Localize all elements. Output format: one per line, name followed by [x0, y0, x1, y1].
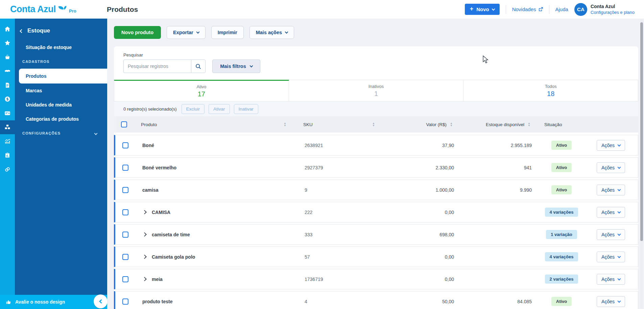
sidebar-item-label: Unidades de medida — [26, 102, 72, 108]
handshake-icon[interactable] — [0, 64, 15, 78]
row-checkbox[interactable] — [122, 187, 128, 193]
acoes-label: Ações — [601, 143, 615, 148]
expand-chevron-icon[interactable] — [142, 255, 147, 259]
exportar-button[interactable]: Exportar — [167, 26, 206, 39]
sidebar-back[interactable]: Estoque — [15, 19, 107, 34]
tasks-icon[interactable] — [0, 148, 15, 163]
selection-inativar-button[interactable]: Inativar — [234, 104, 258, 114]
estoque-cell: 941 — [457, 165, 534, 170]
expand-chevron-icon[interactable] — [142, 232, 147, 237]
selection-excluir-button[interactable]: Excluir — [182, 104, 205, 114]
valor-cell: 1.000,00 — [379, 187, 457, 193]
row-checkbox[interactable] — [122, 209, 128, 215]
row-checkbox[interactable] — [122, 232, 128, 238]
imprimir-label: Imprimir — [218, 30, 237, 35]
basket-icon[interactable] — [0, 50, 15, 64]
row-checkbox[interactable] — [122, 254, 128, 260]
money-icon[interactable]: $ — [0, 92, 15, 106]
sort-icon[interactable]: ▲▼ — [528, 122, 530, 127]
sku-cell: 57 — [291, 254, 379, 260]
select-all-checkbox[interactable] — [121, 121, 127, 127]
imprimir-button[interactable]: Imprimir — [211, 26, 244, 39]
sort-icon[interactable]: ▲▼ — [450, 122, 453, 127]
situacao-cell: Ativo — [534, 185, 589, 194]
tab-ativo[interactable]: Ativo17 — [114, 80, 289, 101]
acoes-button[interactable]: Ações — [597, 162, 625, 173]
product-name: Camiseta gola polo — [152, 254, 195, 260]
header-divider — [549, 5, 549, 14]
actions-cell: Ações — [589, 252, 638, 262]
sidebar-item-produtos[interactable]: Produtos — [19, 69, 107, 84]
tab-label: Todos — [545, 84, 557, 89]
expand-chevron-icon[interactable] — [142, 210, 147, 214]
ajuda-link[interactable]: Ajuda — [555, 6, 568, 12]
sku-cell: 1736719 — [291, 277, 379, 282]
acoes-button[interactable]: Ações — [597, 296, 625, 307]
design-feedback-bar[interactable]: Avalie o nosso design — [0, 295, 107, 309]
mais-acoes-button[interactable]: Mais ações — [249, 26, 294, 39]
situacao-cell: 1 variação — [534, 230, 589, 239]
sort-icon[interactable]: ▲▼ — [372, 122, 375, 127]
page-title: Produtos — [107, 5, 138, 14]
sort-icon[interactable]: ▲▼ — [284, 122, 286, 127]
row-checkbox[interactable] — [122, 165, 128, 171]
chevron-down-icon — [285, 30, 288, 34]
sidebar-item-categorias-de-produtos[interactable]: Categorias de produtos — [15, 112, 107, 126]
acoes-label: Ações — [601, 277, 615, 282]
actions-cell: Ações — [589, 274, 638, 285]
mais-filtros-button[interactable]: Mais filtros — [212, 60, 260, 73]
sidebar-item-marcas[interactable]: Marcas — [15, 84, 107, 98]
acoes-button[interactable]: Ações — [597, 140, 625, 151]
home-icon[interactable] — [0, 22, 15, 36]
invoice-icon[interactable] — [0, 78, 15, 92]
status-badge: Ativo — [551, 185, 572, 194]
selection-ativar-button[interactable]: Ativar — [209, 104, 230, 114]
tab-inativos[interactable]: Inativos1 — [289, 80, 464, 101]
acoes-label: Ações — [601, 299, 615, 304]
acoes-label: Ações — [601, 254, 615, 260]
card-icon[interactable] — [0, 106, 15, 120]
avatar[interactable]: CA — [574, 3, 587, 16]
row-checkbox[interactable] — [122, 276, 128, 282]
chevron-down-icon — [618, 255, 621, 258]
acoes-button[interactable]: Ações — [597, 274, 625, 285]
column-header-sku: SKU — [303, 122, 313, 127]
chevron-down-icon — [249, 64, 253, 68]
novidades-link[interactable]: Novidades — [512, 6, 543, 12]
account-menu[interactable]: CA Conta Azul Configurações e plano — [574, 3, 635, 16]
row-checkbox[interactable] — [122, 299, 128, 305]
link-icon[interactable] — [0, 162, 15, 176]
novo-produto-button[interactable]: Novo produto — [114, 26, 161, 39]
chart-icon[interactable] — [0, 134, 15, 148]
toolbar: Novo produto Exportar Imprimir Mais açõe… — [114, 26, 638, 39]
search-section: Pesquisar Mais filtros — [114, 46, 638, 80]
account-settings-link[interactable]: Configurações e plano — [591, 9, 635, 15]
scrollbar-thumb[interactable] — [640, 22, 643, 241]
acoes-button[interactable]: Ações — [597, 207, 625, 218]
sidebar-item-unidades-de-medida[interactable]: Unidades de medida — [15, 98, 107, 112]
tab-label: Ativo — [196, 84, 206, 89]
acoes-button[interactable]: Ações — [597, 185, 625, 195]
search-button[interactable] — [191, 60, 206, 73]
sku-cell: 4 — [291, 299, 379, 304]
tab-todos[interactable]: Todos18 — [463, 80, 638, 101]
inventory-icon[interactable] — [0, 120, 15, 135]
search-input[interactable] — [123, 60, 191, 73]
chevron-down-icon — [618, 232, 621, 236]
expand-chevron-icon[interactable] — [142, 277, 147, 281]
header-divider — [506, 5, 506, 14]
checkbox-cell — [115, 254, 132, 260]
svg-text:$: $ — [6, 97, 8, 101]
star-icon[interactable] — [0, 36, 15, 50]
row-checkbox[interactable] — [122, 142, 128, 148]
logo-text: Conta Azul — [10, 4, 56, 15]
acoes-button[interactable]: Ações — [597, 229, 625, 240]
novo-button[interactable]: + Novo — [465, 4, 500, 15]
sidebar-section-configuracoes[interactable]: CONFIGURAÇÕES — [15, 126, 107, 140]
exportar-label: Exportar — [173, 30, 193, 35]
acoes-button[interactable]: Ações — [597, 252, 625, 262]
vertical-scrollbar[interactable] — [640, 19, 643, 309]
collapse-sidebar-button[interactable] — [94, 294, 108, 308]
sidebar-item-situacao-de-estoque[interactable]: Situação de estoque — [15, 40, 107, 54]
product-name: camisa — [142, 187, 158, 193]
